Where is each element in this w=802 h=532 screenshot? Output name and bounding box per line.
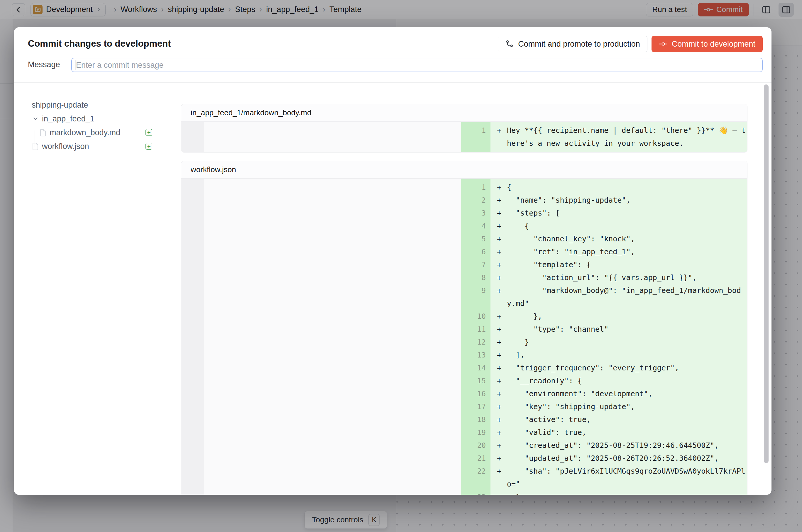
new-line-code: }, — [507, 310, 747, 323]
old-line-gutter — [181, 323, 204, 336]
diff-add-sign: + — [490, 194, 507, 207]
diff-add-sign: + — [490, 387, 507, 400]
old-line-content — [204, 375, 461, 387]
old-line-gutter — [181, 387, 204, 400]
old-line-gutter — [181, 465, 204, 491]
old-line-content — [204, 194, 461, 207]
new-line-code: "steps": [ — [507, 207, 747, 220]
new-line-number: 23 — [461, 491, 490, 495]
diff-column-segment — [181, 122, 204, 124]
new-line-code: "trigger_frequency": "every_trigger", — [507, 362, 747, 375]
new-line-number: 17 — [461, 400, 490, 413]
diff-line: 2+ "name": "shipping-update", — [181, 194, 747, 207]
diff-column-segment — [461, 178, 490, 181]
diff-panel: in_app_feed_1/markdown_body.md1+Hey **{{… — [171, 83, 771, 495]
new-line-number: 10 — [461, 310, 490, 323]
diff-column-segment — [181, 178, 204, 181]
diff-card-header: workflow.json — [181, 161, 747, 178]
diff-line: 10+ }, — [181, 310, 747, 323]
old-line-content — [204, 413, 461, 426]
diff-column-segment — [461, 122, 490, 124]
diff-add-sign: + — [490, 124, 507, 150]
diff-add-sign: + — [490, 245, 507, 259]
new-line-code: "environment": "development", — [507, 387, 747, 400]
tree-item-workflow-json[interactable]: workflow.json — [32, 140, 89, 153]
new-line-number: 6 — [461, 245, 490, 259]
new-line-code: Hey **{{ recipient.name | default: "ther… — [507, 124, 747, 150]
new-line-code: "markdown_body@": "in_app_feed_1/markdow… — [507, 284, 747, 310]
commit-to-development-label: Commit to development — [672, 40, 756, 49]
chevron-down-icon — [33, 116, 38, 122]
diff-filename: workflow.json — [191, 165, 236, 174]
tree-item-step-folder[interactable]: in_app_feed_1 — [33, 112, 94, 125]
old-line-gutter — [181, 245, 204, 259]
new-line-number: 7 — [461, 259, 490, 271]
tree-file-label: markdown_body.md — [50, 128, 120, 137]
diff-padding-row — [181, 178, 747, 181]
diff-line: 23+ } — [181, 491, 747, 495]
dialog-title: Commit changes to development — [28, 38, 171, 49]
diff-column-segment — [507, 122, 747, 124]
old-line-content — [204, 220, 461, 232]
message-label: Message — [28, 60, 60, 69]
diff-add-sign: + — [490, 491, 507, 495]
tree-item-markdown-body[interactable]: markdown_body.md — [40, 126, 120, 139]
diff-body: 1+Hey **{{ recipient.name | default: "th… — [181, 122, 747, 152]
diff-line: 4+ { — [181, 220, 747, 232]
diff-padding-row — [181, 150, 747, 152]
old-line-content — [204, 491, 461, 495]
commit-to-development-button[interactable]: Commit to development — [652, 36, 763, 52]
old-line-gutter — [181, 400, 204, 413]
new-line-code: "__readonly": { — [507, 375, 747, 387]
diff-column-segment — [507, 150, 747, 152]
diff-add-sign: + — [490, 400, 507, 413]
old-line-content — [204, 181, 461, 194]
new-line-code: } — [507, 491, 747, 495]
new-line-code: "updated_at": "2025-08-26T20:26:52.36400… — [507, 452, 747, 465]
new-line-code: "created_at": "2025-08-25T19:29:46.64450… — [507, 439, 747, 452]
diff-add-sign: + — [490, 181, 507, 194]
diff-line: 19+ "valid": true, — [181, 426, 747, 439]
diff-line: 22+ "sha": "pJeLVir6xIlUCMGqs9qroZoUAVDS… — [181, 465, 747, 491]
old-line-gutter — [181, 439, 204, 452]
diff-add-sign: + — [490, 284, 507, 310]
diff-column-segment — [490, 178, 507, 181]
diff-add-sign: + — [490, 362, 507, 375]
diff-add-sign: + — [490, 336, 507, 349]
file-icon — [40, 129, 46, 136]
new-line-number: 13 — [461, 349, 490, 362]
diff-line: 20+ "created_at": "2025-08-25T19:29:46.6… — [181, 439, 747, 452]
old-line-gutter — [181, 181, 204, 194]
new-line-code: "sha": "pJeLVir6xIlUCMGqs9qroZoUAVDSwA0y… — [507, 465, 747, 491]
text-cursor — [75, 60, 75, 70]
commit-node-icon — [659, 41, 668, 46]
diff-line: 13+ ], — [181, 349, 747, 362]
promote-branch-icon — [505, 40, 514, 49]
new-line-number: 9 — [461, 284, 490, 310]
diff-card-header: in_app_feed_1/markdown_body.md — [181, 104, 747, 122]
commit-changes-dialog: Commit changes to development Commit and… — [14, 27, 771, 495]
commit-message-input[interactable] — [71, 58, 763, 72]
diff-add-sign: + — [490, 426, 507, 439]
old-line-content — [204, 271, 461, 284]
diff-line: 14+ "trigger_frequency": "every_trigger"… — [181, 362, 747, 375]
new-line-number: 3 — [461, 207, 490, 220]
new-line-number: 18 — [461, 413, 490, 426]
new-line-number: 12 — [461, 336, 490, 349]
diff-line: 11+ "type": "channel" — [181, 323, 747, 336]
scrollbar-thumb[interactable] — [764, 84, 768, 463]
tree-item-workflow-root[interactable]: shipping-update — [32, 98, 88, 111]
diff-add-sign: + — [490, 207, 507, 220]
commit-and-promote-button[interactable]: Commit and promote to production — [498, 36, 648, 52]
file-icon — [32, 143, 38, 150]
old-line-content — [204, 259, 461, 271]
diff-line: 18+ "active": true, — [181, 413, 747, 426]
diff-column-segment — [181, 150, 204, 152]
new-line-number: 19 — [461, 426, 490, 439]
diff-line: 5+ "channel_key": "knock", — [181, 232, 747, 245]
old-line-content — [204, 362, 461, 375]
old-line-gutter — [181, 259, 204, 271]
old-line-gutter — [181, 349, 204, 362]
old-line-gutter — [181, 220, 204, 232]
old-line-content — [204, 400, 461, 413]
